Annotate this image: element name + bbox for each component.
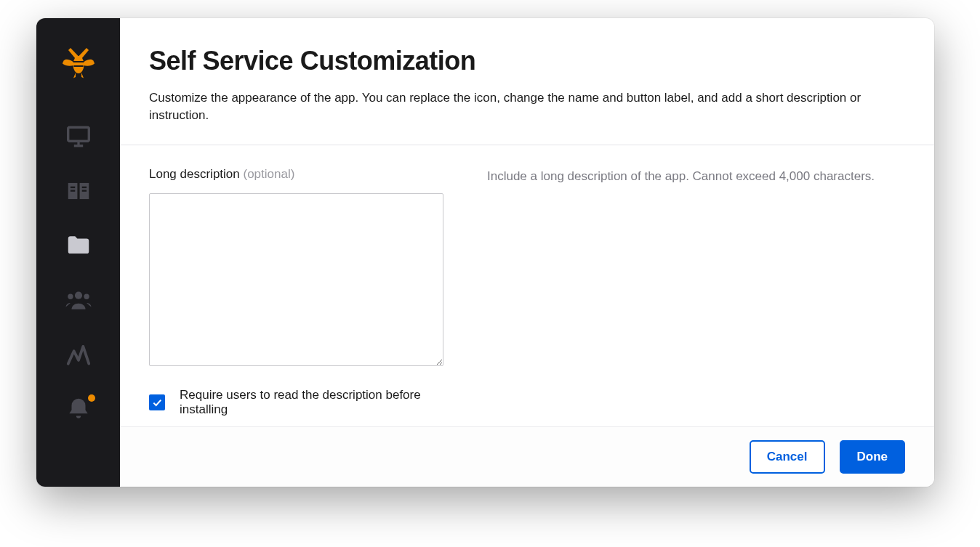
svg-rect-11 (81, 190, 86, 191)
app-window: Self Service Customization Customize the… (36, 18, 934, 487)
svg-point-0 (73, 56, 84, 73)
form-content: Long description (optional) Require user… (120, 145, 934, 426)
main-content: Self Service Customization Customize the… (120, 18, 934, 487)
long-description-label: Long description (optional) (149, 167, 443, 182)
page-subtitle: Customize the appearance of the app. You… (149, 89, 905, 124)
svg-point-12 (74, 291, 81, 299)
sidebar-item-library[interactable] (36, 218, 120, 272)
svg-rect-8 (70, 186, 74, 187)
long-description-textarea[interactable] (149, 193, 443, 366)
notification-dot (88, 394, 95, 402)
long-description-label-text: Long description (149, 167, 243, 181)
cancel-button[interactable]: Cancel (750, 440, 825, 474)
activity-icon (65, 341, 92, 368)
form-right-column: Include a long description of the app. C… (487, 167, 905, 412)
svg-rect-10 (81, 186, 86, 187)
users-icon (65, 286, 92, 314)
page-header: Self Service Customization Customize the… (120, 18, 934, 145)
done-button[interactable]: Done (840, 440, 906, 474)
long-description-helper: Include a long description of the app. C… (487, 167, 905, 186)
check-icon (151, 397, 163, 408)
sidebar-item-users[interactable] (36, 272, 120, 327)
svg-rect-9 (70, 190, 74, 191)
page-title: Self Service Customization (149, 46, 905, 76)
require-read-label: Require users to read the description be… (180, 388, 443, 417)
require-read-checkbox[interactable] (149, 394, 165, 410)
form-left-column: Long description (optional) Require user… (149, 167, 443, 412)
footer-actions: Cancel Done (120, 426, 934, 487)
sidebar-item-alerts[interactable] (36, 381, 120, 436)
sidebar-item-blueprints[interactable] (36, 163, 120, 218)
brand-logo (60, 44, 97, 80)
blueprint-icon (65, 177, 92, 205)
sidebar-item-devices[interactable] (36, 109, 120, 163)
svg-point-14 (84, 293, 89, 299)
bee-icon (60, 44, 97, 80)
folder-icon (65, 232, 92, 259)
svg-rect-3 (68, 127, 89, 141)
sidebar-item-activity[interactable] (36, 327, 120, 381)
monitor-icon (65, 123, 92, 150)
long-description-optional-hint: (optional) (243, 167, 294, 181)
svg-point-13 (68, 293, 73, 299)
require-read-row: Require users to read the description be… (149, 388, 443, 417)
sidebar (36, 18, 120, 487)
